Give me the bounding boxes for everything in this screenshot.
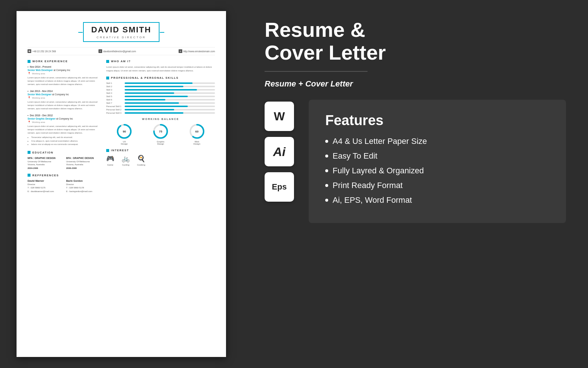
education-grid: MFA : GRAPHIC DESIGN University Of Melbo… — [28, 157, 101, 169]
work-date-3: Dec 2010 - Dec 2012 — [28, 114, 101, 117]
education-header: EDUCATION — [28, 151, 101, 154]
skill-bar-bg — [125, 86, 215, 87]
left-panel: DAVID SMITH CREATIVE DIRECTOR ☎ +48 22 2… — [0, 0, 243, 368]
right-panel: Resume & Cover Letter Resume + Cover Let… — [243, 0, 588, 368]
contact-bar: ☎ +48 22 252 28 2X 568 ✉ davidsmithdirec… — [28, 47, 215, 55]
name-box: DAVID SMITH CREATIVE DIRECTOR — [83, 22, 159, 42]
bullet-dot — [325, 140, 328, 143]
balance-circle-item: 60 WebDesign — [189, 123, 205, 145]
personal-skill-bar-fill — [125, 112, 183, 114]
skill-bar-fill — [125, 82, 193, 84]
section-square-ref — [28, 174, 31, 177]
work-location-3: 📍 Working area — [28, 121, 101, 124]
circle-title: UXDesign — [121, 141, 128, 145]
resume-name: DAVID SMITH — [91, 25, 151, 35]
section-square-who — [106, 60, 109, 63]
skills-container: Skill 1 Skill 2 Skill 3 Skill 4 Skill 5 — [106, 82, 215, 104]
circle-title: WebDesign — [193, 141, 200, 145]
interest-title: INTEREST — [111, 149, 129, 152]
phone-icon: ☎ — [28, 49, 31, 53]
edu-school-2: University Of MelbourneVictoria, Austral… — [66, 160, 101, 166]
donut-value: 90 — [123, 130, 126, 133]
feature-text: Fully Layred & Organized — [333, 166, 424, 176]
product-subtitle: Resume + Cover Letter — [265, 79, 566, 89]
skill-bar-bg — [125, 102, 215, 104]
bullet-dot — [325, 184, 328, 187]
feature-text: Print Ready Format — [333, 181, 403, 190]
balance-circle-item: 75 GraphicDesign — [153, 123, 169, 145]
skill-row: Skill 7 — [106, 102, 215, 104]
skill-bar-fill — [125, 102, 179, 104]
resume-job-title: CREATIVE DIRECTOR — [91, 36, 151, 39]
personal-skills-container: Personal Skill 1 Personal Skill 2 Person… — [106, 105, 215, 114]
education-title: EDUCATION — [32, 151, 54, 154]
skill-label: Skill 2 — [106, 85, 123, 88]
skill-row: Skill 3 — [106, 89, 215, 91]
working-balance-title: WORKING BALANCE — [106, 118, 215, 120]
ref-entry-2: Barin Gordon Director T : 028 5869 5178 … — [66, 180, 101, 194]
circle-title: GraphicDesign — [157, 141, 164, 145]
references-grid: David Warner Director T : 028 5869 5175 … — [28, 180, 101, 194]
resume-left-column: WORK EXPERIENCE Nov 2014 - Present Senio… — [28, 60, 101, 198]
skills-title: PROFESSIONAL & PERSONAL SKILLS — [111, 76, 179, 79]
ref-detail-2: Director T : 028 5869 5178 E : baringord… — [66, 183, 101, 194]
personal-skill-label: Personal Skill 1 — [106, 105, 123, 107]
who-am-i-header: WHO AM I? — [106, 60, 215, 63]
feature-text: Ai, EPS, Word Format — [333, 195, 412, 205]
skills-section: PROFESSIONAL & PERSONAL SKILLS Skill 1 S… — [106, 76, 215, 114]
feature-text: Easy To Edit — [333, 151, 377, 161]
contact-phone: ☎ +48 22 252 28 2X 568 — [28, 49, 56, 53]
who-am-i-text: Lorem ipsum dolor sit amet, consectetur … — [106, 66, 215, 72]
interest-label: Cycling — [122, 164, 129, 166]
personal-skill-bar-fill — [125, 106, 188, 107]
personal-skill-bar-bg — [125, 112, 215, 114]
work-entry-2: Jan 2013 - Nov 2014 Senior Web Designer … — [28, 90, 101, 110]
skill-label: Skill 6 — [106, 99, 123, 101]
interest-header: INTEREST — [106, 149, 215, 152]
ref-name-1: David Warner — [28, 180, 62, 182]
circles-row: 90 UXDesign 75 GraphicDesign 60 WebDesig… — [106, 123, 215, 145]
personal-skill-row: Personal Skill 1 — [106, 105, 215, 107]
skill-bar-bg — [125, 92, 215, 94]
feature-item: Fully Layred & Organized — [325, 166, 549, 176]
feature-item: A4 & Us Letter Paper Size — [325, 137, 549, 146]
references-section: REFFERENCES David Warner Director T : 02… — [28, 174, 101, 194]
resume-right-column: WHO AM I? Lorem ipsum dolor sit amet, co… — [106, 60, 215, 198]
skill-bar-bg — [125, 89, 215, 91]
work-entry-1: Nov 2014 - Present Senior Web Developer … — [28, 66, 101, 86]
references-header: REFFERENCES — [28, 174, 101, 177]
donut-value: 60 — [195, 130, 198, 133]
divider-line — [265, 71, 368, 72]
skill-bar-fill — [125, 92, 174, 94]
work-position-1: Senior Web Developer at Company Inc — [28, 69, 101, 71]
skill-row: Skill 4 — [106, 92, 215, 94]
skill-label: Skill 5 — [106, 95, 123, 98]
email-icon: ✉ — [98, 49, 102, 53]
who-am-i-section: WHO AM I? Lorem ipsum dolor sit amet, co… — [106, 60, 215, 72]
donut-circle: 90 — [116, 123, 132, 139]
skills-header: PROFESSIONAL & PERSONAL SKILLS — [106, 76, 215, 79]
work-desc-3: Lorem ipsum dolor sit amet, consectetur … — [28, 125, 101, 146]
format-badge-ai: Ai — [265, 137, 294, 166]
interest-label: Cooking — [137, 164, 145, 166]
skill-bar-bg — [125, 82, 215, 84]
skill-bar-fill — [125, 96, 188, 97]
personal-skill-label: Personal Skill 2 — [106, 109, 123, 111]
skill-label: Skill 4 — [106, 92, 123, 94]
education-section: EDUCATION MFA : GRAPHIC DESIGN Universit… — [28, 151, 101, 169]
format-badge-word: W — [265, 102, 294, 131]
features-panel: Features A4 & Us Letter Paper Size Easy … — [309, 100, 566, 223]
work-experience-title: WORK EXPERIENCE — [32, 60, 68, 63]
work-entry-3: Dec 2010 - Dec 2012 Senior Graphic Desig… — [28, 114, 101, 146]
skill-label: Skill 3 — [106, 89, 123, 91]
work-experience-header: WORK EXPERIENCE — [28, 60, 101, 63]
work-date-2: Jan 2013 - Nov 2014 — [28, 90, 101, 92]
who-am-i-title: WHO AM I? — [111, 60, 131, 63]
interest-item: 🚲 Cycling — [122, 155, 130, 166]
bullet-dot — [325, 155, 328, 158]
interest-item: 🍳 Cooking — [137, 155, 145, 166]
edu-year-2: 2006-2008 — [66, 167, 101, 169]
work-desc-1: Lorem ipsum dolor sit amet, consectetur … — [28, 76, 101, 86]
skill-label: Skill 7 — [106, 102, 123, 104]
section-square-edu — [28, 151, 31, 154]
